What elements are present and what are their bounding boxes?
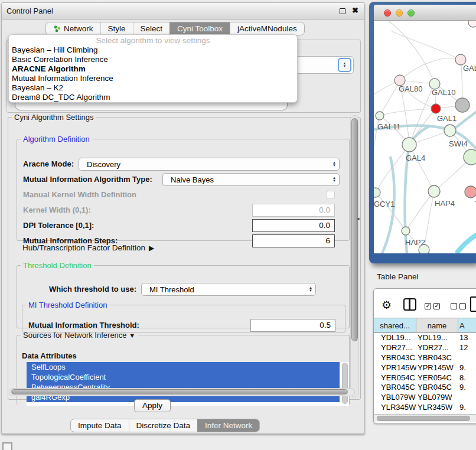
deselect-all-checkbox-icon[interactable] — [451, 303, 457, 309]
network-node[interactable] — [468, 21, 476, 27]
control-panel-titlebar[interactable]: Control Panel ✖ — [2, 3, 364, 19]
tab-label: Cyni Toolbox — [177, 24, 223, 33]
algorithm-dropdown-items: Bayesian – Hill ClimbingBasic Correlatio… — [9, 45, 297, 102]
chevron-up-down-icon: ▲▼ — [338, 58, 351, 72]
table-header-row: shared...nameA — [374, 318, 476, 333]
tab-style[interactable]: Style — [100, 22, 133, 35]
tab-cyni-toolbox[interactable]: Cyni Toolbox — [169, 22, 230, 35]
network-canvas[interactable]: GALGAL80GAL10GAL1GAL11GAL4SWI4GCY1HAP4YH… — [374, 21, 476, 253]
tab-impute-data[interactable]: Impute Data — [71, 419, 129, 432]
threshold-definition-label: Threshold Definition — [21, 261, 94, 270]
network-node-gcy1[interactable] — [374, 188, 380, 197]
table-cell: YBR043C — [416, 353, 458, 363]
desktop: Control Panel ✖ NetworkStyleSelectCyni T… — [0, 0, 476, 450]
scrollbar-thumb[interactable] — [11, 389, 348, 394]
deselect-all-checkbox-icon[interactable] — [459, 303, 466, 309]
table-cell: 9. — [458, 363, 476, 373]
table-row[interactable]: YLR345WYLR345W9. — [374, 403, 476, 413]
dpi-tolerance-field[interactable]: 0.0 — [252, 219, 335, 232]
mi-steps-field[interactable]: 6 — [252, 234, 335, 247]
chevron-up-down-icon: ▲▼ — [330, 161, 339, 167]
float-window-icon[interactable] — [340, 8, 345, 14]
sources-label[interactable]: Sources for Network Inference ▼ — [21, 331, 138, 340]
mi-algorithm-type-value: Naive Bayes — [163, 175, 330, 184]
scrollbar-thumb[interactable] — [351, 118, 358, 341]
aracne-mode-combobox[interactable]: Discovery ▲▼ — [79, 158, 340, 171]
mi-threshold-field[interactable]: 0.5 — [250, 319, 335, 332]
settings-horizontal-scrollbar[interactable] — [9, 388, 355, 396]
network-node-y[interactable] — [465, 186, 476, 198]
tab-network[interactable]: Network — [46, 22, 100, 35]
column-panes-icon[interactable] — [403, 298, 416, 311]
close-icon[interactable]: ✖ — [352, 6, 358, 15]
network-node-gal1[interactable] — [444, 125, 456, 136]
column-header-name[interactable]: name — [416, 318, 458, 332]
close-traffic-light[interactable] — [384, 9, 391, 17]
mi-algorithm-type-combobox[interactable]: Naive Bayes ▲▼ — [162, 173, 340, 186]
network-node-swi4[interactable] — [464, 149, 476, 165]
threshold-definition-group: Threshold Definition Which threshold to … — [17, 261, 350, 328]
apply-button[interactable]: Apply — [134, 399, 171, 412]
network-node-hap2[interactable] — [402, 227, 410, 235]
network-node-hap4[interactable] — [428, 185, 440, 197]
scrollbar-thumb[interactable] — [377, 416, 470, 421]
zoom-traffic-light[interactable] — [407, 9, 415, 17]
data-attributes-list: SelfLoopsTopologicalCoefficientBetweenne… — [27, 362, 349, 406]
algorithm-option-bayesian-hill-climbing[interactable]: Bayesian – Hill Climbing — [9, 45, 297, 55]
column-header-shared[interactable]: shared... — [374, 318, 416, 332]
network-window-titlebar[interactable] — [374, 5, 476, 21]
table-rows: YDL19...YDL19...13YDR27...YDR27...12YBR0… — [374, 333, 476, 414]
table-row[interactable]: YBR045CYBR045C9. — [374, 383, 476, 393]
minimize-traffic-light[interactable] — [396, 9, 403, 17]
node-label: GAL11 — [377, 122, 401, 131]
table-row[interactable]: YDR27...YDR27...12 — [374, 343, 476, 353]
select-all-checkbox-icon[interactable]: ✓ — [425, 303, 431, 309]
hub-transcription-factor-label: Hub/Transcription Factor Definition — [22, 243, 145, 252]
attribute-item-selfloops[interactable]: SelfLoops — [27, 362, 340, 372]
minimized-window-button[interactable] — [2, 442, 12, 450]
settings-vertical-scrollbar[interactable] — [350, 115, 359, 397]
table-panel-title: Table Panel — [377, 272, 419, 281]
export-table-icon[interactable] — [470, 296, 476, 312]
algorithm-option-dream8-dc-tdc-algorithm[interactable]: Dream8 DC_TDC Algorithm — [9, 93, 297, 102]
control-panel-window: Control Panel ✖ NetworkStyleSelectCyni T… — [1, 2, 365, 434]
table-row[interactable]: YBL079WYBL079W — [374, 393, 476, 403]
table-cell: YER054C — [416, 373, 458, 383]
manual-kernel-width-checkbox[interactable] — [327, 191, 335, 199]
select-all-checkbox-icon[interactable]: ✓ — [433, 303, 440, 309]
algorithm-option-mutual-information-inference[interactable]: Mutual Information Inference — [9, 74, 297, 83]
kernel-width-field[interactable]: 0.0 — [252, 204, 335, 217]
algorithm-option-bayesian-k2[interactable]: Bayesian – K2 — [9, 83, 297, 93]
tab-discretize-data[interactable]: Discretize Data — [129, 419, 198, 432]
table-cell: 13 — [458, 333, 476, 343]
network-node-gal4[interactable] — [402, 138, 416, 152]
tab-infer-network[interactable]: Infer Network — [197, 419, 259, 432]
attributes-scrollbar[interactable] — [342, 363, 348, 404]
panel-collapse-arrow-icon[interactable]: ◂ — [357, 216, 360, 221]
network-node[interactable] — [431, 104, 441, 113]
mi-threshold-definition-group: MI Threshold Definition Mutual Informati… — [22, 301, 345, 332]
tab-jactivemnodules[interactable]: jActiveMNodules — [230, 22, 304, 35]
algorithm-option-aracne-algorithm[interactable]: ARACNE Algorithm — [9, 64, 297, 74]
table-cell: 12 — [458, 343, 476, 353]
column-header-a[interactable]: A — [458, 318, 476, 332]
mi-threshold-definition-label: MI Threshold Definition — [26, 301, 109, 309]
node-label: GCY1 — [374, 200, 395, 208]
tab-select[interactable]: Select — [133, 22, 170, 35]
table-cell: YBR045C — [416, 383, 458, 393]
algorithm-option-basic-correlation-inference[interactable]: Basic Correlation Inference — [9, 55, 297, 64]
table-row[interactable]: YDL19...YDL19...13 — [374, 333, 476, 343]
hub-transcription-factor-expander[interactable]: Hub/Transcription Factor Definition▶ — [22, 243, 154, 252]
tab-label: Discretize Data — [136, 421, 191, 430]
table-row[interactable]: YPR145WYPR145W9. — [374, 363, 476, 373]
network-node[interactable] — [455, 98, 470, 112]
which-threshold-combobox[interactable]: MI Threshold ▲▼ — [141, 283, 316, 296]
table-row[interactable]: YBR043CYBR043C — [374, 353, 476, 363]
gear-icon[interactable]: ⚙ — [382, 298, 392, 312]
table-horizontal-scrollbar[interactable] — [374, 414, 476, 422]
tab-label: Select — [141, 24, 163, 33]
table-row[interactable]: YER054CYER054C8. — [374, 373, 476, 383]
attribute-item-topologicalcoefficient[interactable]: TopologicalCoefficient — [27, 372, 340, 382]
table-cell — [458, 393, 476, 403]
network-node-gal11[interactable] — [376, 112, 384, 120]
